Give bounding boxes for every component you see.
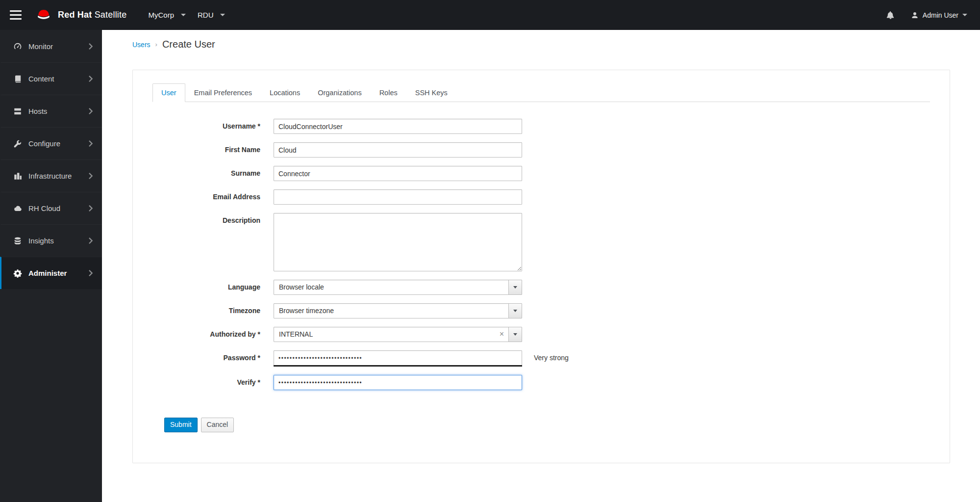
organization-selector[interactable]: MyCorp	[143, 0, 191, 30]
sidebar-item-administer[interactable]: Administer	[0, 257, 102, 289]
sidebar-item-content[interactable]: Content	[0, 62, 102, 95]
server-icon	[13, 107, 22, 116]
create-user-form: Username * First Name Surname Email Addr…	[152, 119, 930, 432]
page-title: Create User	[162, 39, 215, 50]
notifications-bell-icon[interactable]	[883, 10, 898, 20]
navbar-right-group: Admin User	[883, 10, 980, 20]
database-icon	[13, 237, 22, 245]
sidebar-item-monitor[interactable]: Monitor	[0, 30, 102, 62]
password-label: Password *	[152, 350, 274, 362]
password-strength-text: Very strong	[522, 350, 569, 362]
sidebar-item-label: Insights	[28, 237, 54, 245]
caret-down-icon	[513, 333, 517, 336]
sidebar-item-label: RH Cloud	[28, 204, 60, 212]
chevron-right-icon	[89, 108, 93, 114]
description-field[interactable]	[274, 213, 522, 271]
surname-field[interactable]	[274, 166, 522, 181]
top-navbar: Red Hat Satellite MyCorp RDU Admin User	[0, 0, 980, 30]
language-select[interactable]: Browser locale	[274, 280, 522, 295]
tab-roles[interactable]: Roles	[371, 83, 406, 102]
caret-down-icon	[513, 310, 517, 312]
timezone-dropdown-button[interactable]	[508, 304, 522, 318]
first-name-row: First Name	[152, 142, 930, 158]
first-name-label: First Name	[152, 142, 274, 154]
tab-email-preferences[interactable]: Email Preferences	[185, 83, 261, 102]
timezone-row: Timezone Browser timezone	[152, 303, 930, 318]
authorized-by-row: Authorized by * INTERNAL ×	[152, 327, 930, 342]
sidebar-item-hosts[interactable]: Hosts	[0, 95, 102, 127]
username-label: Username *	[152, 119, 274, 130]
language-dropdown-button[interactable]	[508, 280, 522, 294]
brand-logo[interactable]: Red Hat Satellite	[34, 8, 126, 23]
sidebar-item-label: Infrastructure	[28, 172, 72, 180]
clear-selection-icon[interactable]: ×	[500, 330, 508, 339]
chevron-right-icon	[89, 205, 93, 211]
location-selector-label: RDU	[198, 11, 214, 19]
buildings-icon	[13, 172, 22, 181]
hamburger-menu-icon[interactable]	[0, 0, 31, 30]
language-label: Language	[152, 280, 274, 291]
sidebar-item-configure[interactable]: Configure	[0, 127, 102, 159]
tab-bar: User Email Preferences Locations Organiz…	[152, 83, 930, 102]
cancel-button[interactable]: Cancel	[201, 418, 234, 432]
sidebar-navigation: Monitor Content Hosts Configure Infrastr…	[0, 30, 102, 502]
breadcrumb: Users › Create User	[132, 39, 950, 50]
chevron-right-icon	[89, 173, 93, 179]
description-label: Description	[152, 213, 274, 224]
gear-icon	[13, 269, 22, 278]
location-selector[interactable]: RDU	[193, 0, 230, 30]
sidebar-item-label: Content	[28, 75, 54, 83]
chevron-right-icon	[89, 270, 93, 276]
authorized-by-select[interactable]: INTERNAL ×	[274, 327, 522, 342]
form-actions: Submit Cancel	[164, 418, 930, 432]
username-field[interactable]	[274, 119, 522, 134]
tab-user[interactable]: User	[152, 83, 185, 102]
tab-organizations[interactable]: Organizations	[309, 83, 370, 102]
verify-label: Verify *	[152, 375, 274, 386]
chevron-right-icon	[89, 238, 93, 244]
brand-name-regular: Satellite	[95, 10, 127, 20]
user-icon	[911, 11, 919, 19]
timezone-selected-value: Browser timezone	[274, 304, 508, 318]
brand-name-bold: Red Hat	[58, 10, 92, 20]
chevron-right-icon	[89, 140, 93, 147]
verify-row: Verify *	[152, 375, 930, 390]
breadcrumb-separator: ›	[155, 41, 157, 48]
chevron-down-icon	[181, 14, 186, 16]
tab-ssh-keys[interactable]: SSH Keys	[406, 83, 456, 102]
submit-button[interactable]: Submit	[164, 418, 198, 432]
authorized-by-label: Authorized by *	[152, 327, 274, 338]
wrench-icon	[13, 139, 22, 148]
timezone-label: Timezone	[152, 303, 274, 315]
brand-name: Red Hat Satellite	[58, 10, 126, 20]
sidebar-item-label: Administer	[28, 269, 67, 277]
sidebar-item-rh-cloud[interactable]: RH Cloud	[0, 192, 102, 224]
timezone-select[interactable]: Browser timezone	[274, 303, 522, 318]
sidebar-item-label: Configure	[28, 139, 60, 148]
user-menu[interactable]: Admin User	[911, 11, 967, 19]
surname-row: Surname	[152, 166, 930, 181]
sidebar-item-insights[interactable]: Insights	[0, 224, 102, 257]
authorized-by-dropdown-button[interactable]	[508, 327, 522, 342]
password-strength-bar	[274, 365, 522, 367]
first-name-field[interactable]	[274, 142, 522, 158]
email-row: Email Address	[152, 189, 930, 205]
chevron-right-icon	[89, 76, 93, 82]
tab-locations[interactable]: Locations	[261, 83, 309, 102]
password-field[interactable]	[274, 350, 522, 366]
tachometer-icon	[13, 42, 22, 51]
verify-password-field[interactable]	[274, 375, 522, 390]
email-field[interactable]	[274, 189, 522, 205]
breadcrumb-users-link[interactable]: Users	[132, 41, 151, 49]
sidebar-item-label: Monitor	[28, 42, 53, 51]
email-label: Email Address	[152, 189, 274, 201]
authorized-by-selected-value: INTERNAL	[274, 327, 500, 342]
language-row: Language Browser locale	[152, 280, 930, 295]
caret-down-icon	[513, 286, 517, 289]
sidebar-item-infrastructure[interactable]: Infrastructure	[0, 159, 102, 192]
language-selected-value: Browser locale	[274, 280, 508, 294]
red-hat-fedora-icon	[34, 8, 53, 23]
create-user-card: User Email Preferences Locations Organiz…	[132, 70, 950, 463]
surname-label: Surname	[152, 166, 274, 177]
username-row: Username *	[152, 119, 930, 134]
